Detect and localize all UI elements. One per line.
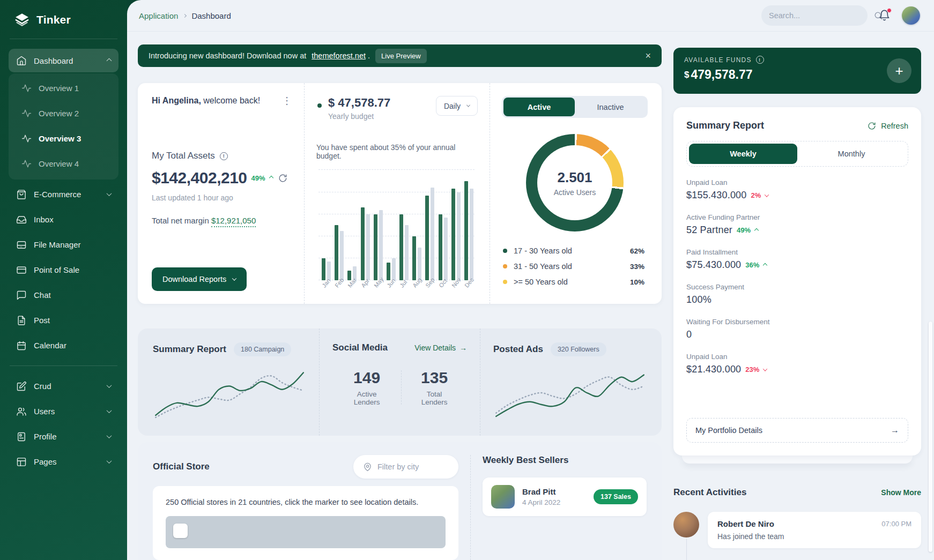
- refresh-button[interactable]: Refresh: [868, 122, 908, 130]
- document-icon: [16, 315, 27, 326]
- map-zoom-button[interactable]: [173, 524, 188, 538]
- live-preview-button[interactable]: Live Preview: [375, 49, 427, 63]
- stat-label: Total Lenders: [418, 390, 451, 406]
- show-more-link[interactable]: Show More: [881, 488, 921, 497]
- sidebar-item-ecommerce[interactable]: E-Commerce: [9, 182, 118, 207]
- main-column: Introducing new dashboard! Download now …: [138, 42, 662, 560]
- sparkline-current: [496, 375, 644, 416]
- sidebar-item-profile[interactable]: Profile: [9, 424, 118, 449]
- sidebar-item-overview-4[interactable]: Overview 4: [9, 151, 118, 176]
- sidebar-item-inbox[interactable]: Inbox: [9, 207, 118, 232]
- breadcrumb-application[interactable]: Application: [139, 11, 178, 20]
- sidebar-item-label: E-Commerce: [34, 190, 100, 199]
- stat-label: Paid Installment: [686, 248, 908, 256]
- info-icon[interactable]: !: [220, 152, 228, 160]
- bar-group-may: May: [374, 170, 383, 280]
- notification-bell-icon[interactable]: [878, 9, 891, 22]
- chevron-down-icon: [107, 408, 112, 413]
- mid-stats-band: Summary Report 180 Campaign Social Media…: [138, 328, 662, 436]
- section-title: Weekly Best Sellers: [483, 455, 647, 466]
- bar-group-oct: Oct: [439, 170, 448, 280]
- stat-percent: 2%: [751, 191, 761, 199]
- seller-avatar: [491, 485, 515, 509]
- sidebar: Tinker Dashboard Overview 1 Overview 2: [0, 0, 127, 560]
- chevron-down-icon: [466, 103, 470, 107]
- bar-spent: [399, 214, 403, 281]
- map-pin-icon: [363, 462, 372, 472]
- section-title: Social Media: [332, 342, 388, 353]
- welcome-name: Hi Angelina,: [152, 96, 201, 105]
- store-map[interactable]: [166, 516, 446, 548]
- layout-icon: [16, 457, 27, 467]
- activity-name: Robert De Niro: [717, 519, 774, 528]
- available-funds-card: AVAILABLE FUNDS ! $479,578.77 +: [673, 48, 921, 94]
- bar-spent: [361, 207, 365, 280]
- sidebar-item-chat[interactable]: Chat: [9, 282, 118, 308]
- sidebar-item-overview-3[interactable]: Overview 3: [9, 126, 118, 151]
- activity-card[interactable]: Robert De Niro 07:00 PM Has joined the t…: [708, 512, 921, 548]
- active-tab[interactable]: Active: [503, 98, 575, 116]
- dashboard-submenu: Overview 1 Overview 2 Overview 3 Overvie…: [9, 73, 118, 180]
- best-seller-row[interactable]: Brad Pitt 4 April 2022 137 Sales: [483, 477, 647, 516]
- bar-spent: [451, 189, 455, 280]
- activity-text: Has joined the team: [717, 532, 911, 541]
- vertical-scrollbar[interactable]: [929, 322, 932, 552]
- chevron-down-icon: [107, 383, 112, 388]
- main-sheet: Application Dashboard: [127, 0, 934, 560]
- sidebar-item-label: Overview 4: [39, 159, 79, 168]
- funds-number: 479,578.77: [691, 68, 752, 81]
- bar-group-apr: Apr: [361, 170, 370, 280]
- total-assets-label: My Total Assets: [152, 151, 215, 161]
- credit-card-icon: [16, 265, 27, 275]
- legend-percent: 33%: [630, 263, 644, 271]
- themeforest-link[interactable]: themeforest.net: [312, 51, 366, 60]
- chevron-right-icon: [183, 13, 187, 17]
- period-tabs: Weekly Monthly: [686, 141, 908, 167]
- summary-report-mini: Summary Report 180 Campaign: [153, 342, 306, 422]
- period-select[interactable]: Daily: [436, 96, 478, 116]
- sidebar-item-dashboard[interactable]: Dashboard: [9, 49, 118, 72]
- net-margin-value[interactable]: $12,921,050: [211, 216, 256, 227]
- filter-by-city-input[interactable]: [377, 462, 478, 471]
- sidebar-item-file-manager[interactable]: File Manager: [9, 232, 118, 257]
- band-divider: [470, 455, 471, 560]
- bar-group-aug: Aug: [412, 170, 421, 280]
- period-select-value: Daily: [444, 102, 461, 110]
- sparkline-current: [155, 373, 303, 416]
- sidebar-item-crud[interactable]: Crud: [9, 374, 118, 399]
- sidebar-item-label: Overview 3: [39, 134, 81, 143]
- sidebar-item-overview-1[interactable]: Overview 1: [9, 76, 118, 101]
- info-icon[interactable]: !: [756, 56, 764, 64]
- close-icon[interactable]: ×: [645, 51, 651, 61]
- sparkline-previous: [155, 376, 303, 417]
- search-input[interactable]: [769, 11, 869, 20]
- bar-axis-label: Jul: [398, 279, 408, 289]
- refresh-icon[interactable]: [278, 174, 287, 183]
- view-details-link[interactable]: View Details →: [414, 344, 467, 352]
- stacked-card-edge: [682, 456, 913, 464]
- activity-icon: [21, 83, 32, 93]
- sidebar-item-point-of-sale[interactable]: Point of Sale: [9, 257, 118, 282]
- sidebar-item-users[interactable]: Users: [9, 399, 118, 424]
- download-reports-button[interactable]: Download Reports: [152, 267, 247, 291]
- tab-weekly[interactable]: Weekly: [689, 144, 797, 164]
- logo[interactable]: Tinker: [0, 0, 127, 38]
- sidebar-item-post[interactable]: Post: [9, 308, 118, 333]
- sidebar-item-overview-2[interactable]: Overview 2: [9, 101, 118, 126]
- stat-label: Success Payment: [686, 283, 908, 291]
- bar-budget: [392, 258, 396, 280]
- arrow-right-icon: →: [891, 425, 899, 435]
- sidebar-item-label: File Manager: [34, 240, 111, 249]
- user-avatar[interactable]: [902, 6, 920, 25]
- my-portfolio-details-button[interactable]: My Portfolio Details →: [686, 418, 908, 443]
- budget-column: $ 47,578.77 Yearly budget Daily You have…: [316, 96, 478, 291]
- seller-date: 4 April 2022: [522, 498, 560, 506]
- kebab-menu-icon[interactable]: ⋮: [282, 96, 292, 106]
- sidebar-item-pages[interactable]: Pages: [9, 449, 118, 474]
- sidebar-item-calendar[interactable]: Calendar: [9, 333, 118, 358]
- activity-time: 07:00 PM: [881, 520, 911, 528]
- inactive-tab[interactable]: Inactive: [575, 98, 646, 116]
- tab-monthly[interactable]: Monthly: [797, 144, 906, 164]
- add-funds-button[interactable]: +: [887, 58, 911, 83]
- stat-value: $21.430.000: [686, 364, 741, 375]
